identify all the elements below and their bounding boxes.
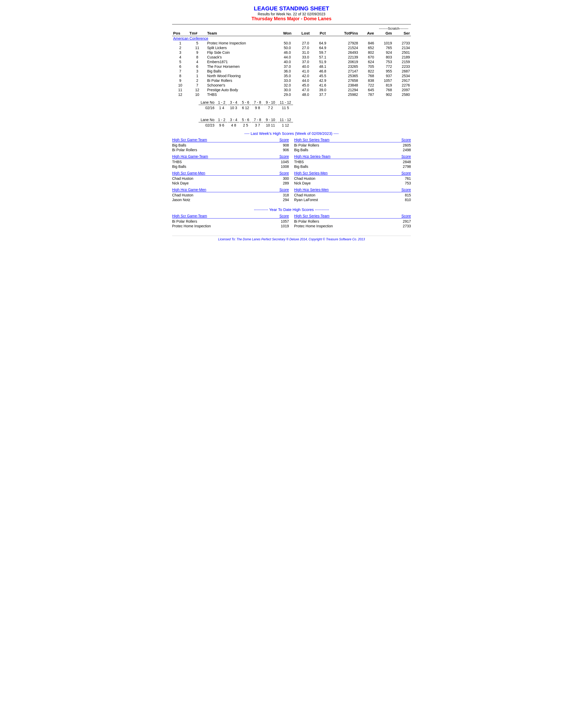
- hs-category-header: High Scr Series-MenScore: [294, 171, 411, 176]
- table-row: 5 4 Embers1871 40.0 37.0 51.9 20619 624 …: [172, 59, 411, 64]
- lane-label: Lane No: [199, 100, 216, 105]
- conference-header: American Conference: [172, 36, 411, 41]
- hs-score-label: Score: [401, 171, 411, 175]
- team-gm: 772: [375, 64, 393, 69]
- hs-entry-score: 289: [276, 181, 289, 185]
- hs-category-name: High Hcp Series-Men: [294, 188, 329, 192]
- hs-entry-name: Big Balls: [294, 164, 398, 168]
- table-header-row: Pos Tm# Team Won Lost Pct TotPins Ave Gm…: [172, 30, 411, 36]
- hs-entry-name: Nick Daye: [294, 181, 398, 185]
- hs-entry-row: Bi Polar Rollers906: [172, 148, 289, 152]
- team-pos: 1: [172, 41, 189, 46]
- team-won: 37.0: [278, 64, 297, 69]
- team-won: 46.0: [278, 50, 297, 55]
- team-ave: 787: [359, 92, 375, 97]
- hs-entry-score: 2605: [398, 143, 411, 147]
- col-totpins: TotPins: [331, 30, 359, 36]
- hs-category-header: High Scr Game-TeamScore: [172, 214, 289, 218]
- lane-value: 1 4: [216, 105, 227, 110]
- lane-assignment-table: Lane No1 - 23 - 45 - 67 - 89 - 1011 - 12…: [198, 117, 294, 128]
- team-won: 50.0: [278, 41, 297, 46]
- hs-entry-row: Chad Huston815: [294, 193, 411, 198]
- hs-category-header: High Scr Game-TeamScore: [172, 138, 289, 142]
- hs-entry-score: 906: [276, 148, 289, 152]
- hs-entry-score: 908: [276, 143, 289, 147]
- team-lost: 45.0: [297, 83, 314, 87]
- team-won: 35.0: [278, 74, 297, 78]
- team-tm: 4: [189, 59, 206, 64]
- team-tm: 12: [189, 87, 206, 92]
- team-totpins: 23265: [331, 64, 359, 69]
- table-row: 1 5 Protec Home Inspection 50.0 27.0 64.…: [172, 41, 411, 46]
- col-team: Team: [206, 30, 278, 36]
- hs-entry-name: THBS: [294, 160, 398, 164]
- team-gm: 902: [375, 92, 393, 97]
- hs-entry-score: 2798: [398, 164, 411, 168]
- team-lost: 33.0: [297, 55, 314, 59]
- team-ave: 624: [359, 59, 375, 64]
- col-ser: Ser: [393, 30, 411, 36]
- team-ser: 2134: [393, 46, 411, 50]
- team-tm: 10: [189, 92, 206, 97]
- hs-score-label: Score: [279, 154, 289, 158]
- hs-block: High Scr Series-TeamScoreBi Polar Roller…: [294, 138, 411, 152]
- team-totpins: 21524: [331, 46, 359, 50]
- col-lost: Lost: [297, 30, 314, 36]
- lane-value: 4 8: [228, 123, 239, 128]
- hs-entry-score: 2733: [398, 224, 411, 228]
- hs-score-label: Score: [401, 214, 411, 218]
- hs-category-header: High Scr Series-TeamScore: [294, 138, 411, 142]
- team-won: 29.0: [278, 92, 297, 97]
- team-gm: 768: [375, 87, 393, 92]
- hs-entry-name: Chad Huston: [172, 176, 276, 181]
- lane-col-header: 7 - 8: [252, 100, 263, 105]
- lane-col-header: 3 - 4: [228, 118, 239, 122]
- team-ser: 2687: [393, 69, 411, 74]
- hs-entry-score: 2498: [398, 148, 411, 152]
- lane-value: 9 8: [252, 105, 263, 110]
- table-row: 11 12 Prestige Auto Body 30.0 47.0 39.0 …: [172, 87, 411, 92]
- team-ser: 2276: [393, 83, 411, 87]
- lane-value: 10 3: [228, 105, 239, 110]
- team-ave: 705: [359, 64, 375, 69]
- hs-entry-name: Chad Huston: [294, 193, 398, 197]
- hs-block: High Scr Series-MenScoreChad Huston761Ni…: [294, 171, 411, 185]
- hs-category-name: High Hcp Game-Men: [172, 188, 206, 192]
- team-totpins: 25365: [331, 74, 359, 78]
- team-lost: 37.0: [297, 59, 314, 64]
- team-won: 40.0: [278, 59, 297, 64]
- hs-entry-score: 2917: [398, 219, 411, 224]
- hs-category-name: High Hcp Series-Team: [294, 154, 330, 158]
- team-tm: 11: [189, 46, 206, 50]
- team-pos: 2: [172, 46, 189, 50]
- team-tm: 7: [189, 83, 206, 87]
- hs-category-header: High Hcp Series-MenScore: [294, 188, 411, 192]
- hs-entry-score: 300: [276, 176, 289, 181]
- team-lost: 31.0: [297, 50, 314, 55]
- hs-score-label: Score: [279, 138, 289, 142]
- lane-col-header: 9 - 10: [264, 100, 277, 105]
- lane-value: 11 5: [278, 105, 293, 110]
- team-name: Prestige Auto Body: [206, 87, 278, 92]
- col-won: Won: [278, 30, 297, 36]
- hs-entry-name: THBS: [172, 160, 276, 164]
- team-gm: 819: [375, 83, 393, 87]
- team-pct: 64.9: [314, 46, 331, 50]
- team-lost: 48.0: [297, 92, 314, 97]
- page-title: LEAGUE STANDING SHEET: [172, 5, 411, 12]
- team-ave: 838: [359, 78, 375, 83]
- standings-table: Pos Tm# Team Won Lost Pct TotPins Ave Gm…: [172, 30, 411, 97]
- team-name: Big Balls: [206, 69, 278, 74]
- col-ave: Ave: [359, 30, 375, 36]
- hs-entry-name: Bi Polar Rollers: [172, 148, 276, 152]
- hs-entry-row: Bi Polar Rollers1057: [172, 219, 289, 224]
- hs-entry-score: 318: [276, 193, 289, 197]
- page-subtitle: Results for Week No. 22 of 32 02/09/2023: [172, 12, 411, 16]
- lane-value: 10 11: [264, 123, 277, 128]
- team-ave: 846: [359, 41, 375, 46]
- team-won: 30.0: [278, 87, 297, 92]
- lane-value: 6 12: [240, 105, 251, 110]
- hs-entry-score: 761: [398, 176, 411, 181]
- hs-block: High Hcp Series-MenScoreChad Huston815Ry…: [294, 188, 411, 202]
- team-tm: 3: [189, 69, 206, 74]
